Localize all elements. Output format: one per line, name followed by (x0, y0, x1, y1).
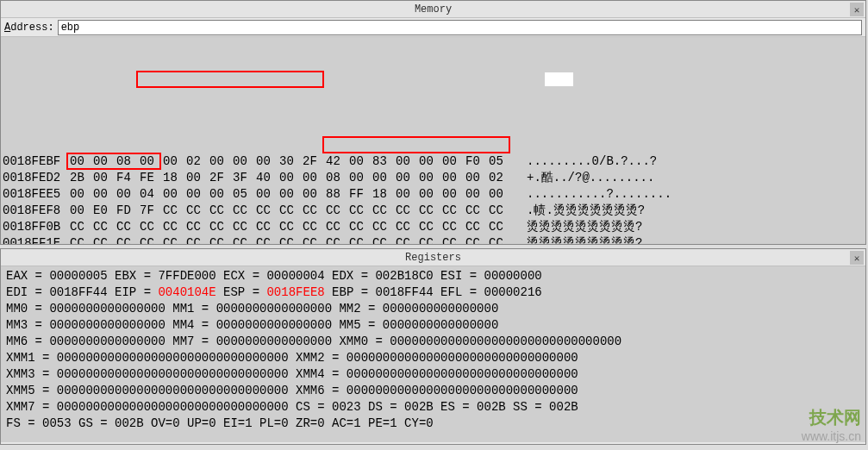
registers-panel: Registers ✕ EAX = 00000005 EBX = 7FFDE00… (0, 248, 866, 445)
memory-title: Memory (415, 3, 452, 16)
hex-byte: CC (140, 219, 163, 235)
hex-byte: 00 (256, 153, 279, 170)
hex-byte: 7F (140, 203, 163, 219)
register-text: XMM7 = 00000000000000000000000000000000 … (6, 400, 578, 414)
hex-row: 0018FEF800E0FD7FCCCCCCCCCCCCCCCCCCCCCCCC… (3, 203, 864, 219)
hex-ascii: 烫烫烫烫烫烫烫烫烫? (527, 235, 642, 244)
hex-byte: CC (116, 235, 140, 244)
register-line: EDI = 0018FF44 EIP = 0040104E ESP = 0018… (6, 284, 860, 301)
hex-byte: 2F (303, 153, 326, 170)
hex-row: 0018FF1ECCCCCCCCCCCCCCCCCCCCCCCCCCCCCCCC… (3, 235, 864, 244)
hex-byte: CC (442, 235, 465, 244)
register-text: XMM1 = 00000000000000000000000000000000 … (6, 351, 578, 365)
hex-byte: CC (186, 235, 209, 244)
hex-byte: 00 (396, 170, 419, 186)
hex-byte: 00 (70, 186, 93, 203)
address-label: Address: (4, 22, 54, 34)
hex-byte: 00 (93, 153, 116, 170)
hex-offset: 0018FF0B (3, 219, 70, 235)
hex-byte: FE (140, 170, 163, 186)
hex-byte: CC (233, 203, 256, 219)
hex-byte: CC (349, 235, 372, 244)
hex-byte: 42 (326, 153, 349, 170)
hex-byte: 2B (70, 170, 93, 186)
hex-byte: 02 (489, 170, 512, 186)
hex-ascii: .........0/B.?...? (527, 153, 657, 170)
hex-byte: 00 (279, 170, 303, 186)
hex-byte: CC (256, 203, 279, 219)
hex-byte: CC (209, 235, 233, 244)
registers-view[interactable]: EAX = 00000005 EBX = 7FFDE000 ECX = 0000… (1, 266, 865, 442)
highlight-box (322, 136, 510, 153)
hex-byte: 02 (186, 153, 209, 170)
register-text: EBP = 0018FF44 EFL = 00000216 (325, 285, 542, 299)
hex-byte: CC (326, 203, 349, 219)
hex-byte: CC (442, 203, 465, 219)
hex-ascii: .帻.烫烫烫烫烫烫烫? (527, 203, 645, 219)
hex-byte: CC (163, 235, 186, 244)
hex-byte: CC (419, 203, 442, 219)
hex-byte: 18 (372, 186, 396, 203)
hex-byte: 3F (233, 170, 256, 186)
hex-byte: CC (465, 235, 489, 244)
hex-byte: 40 (256, 170, 279, 186)
hex-row: 0018FF0BCCCCCCCCCCCCCCCCCCCCCCCCCCCCCCCC… (3, 219, 864, 235)
register-text: EAX = 00000005 EBX = 7FFDE000 ECX = 0000… (6, 269, 542, 283)
selection-highlight (545, 72, 573, 86)
hex-byte: CC (279, 219, 303, 235)
registers-titlebar: Registers ✕ (1, 249, 865, 266)
hex-byte: CC (209, 203, 233, 219)
close-icon[interactable]: ✕ (850, 251, 864, 265)
hex-byte: CC (303, 235, 326, 244)
register-text: MM3 = 0000000000000000 MM4 = 00000000000… (6, 318, 498, 332)
hex-byte: 00 (140, 153, 163, 170)
hex-byte: 08 (116, 153, 140, 170)
hex-byte: CC (209, 219, 233, 235)
hex-byte: 30 (279, 153, 303, 170)
hex-byte: 00 (465, 186, 489, 203)
memory-hex-view[interactable]: 0018FEBF000008000002000000302F4200830000… (1, 37, 865, 244)
register-line: EAX = 00000005 EBX = 7FFDE000 ECX = 0000… (6, 268, 860, 284)
hex-byte: 00 (303, 170, 326, 186)
hex-byte: CC (93, 219, 116, 235)
hex-byte: CC (326, 219, 349, 235)
hex-byte: 88 (326, 186, 349, 203)
hex-byte: 00 (163, 153, 186, 170)
hex-byte: CC (489, 219, 512, 235)
hex-byte: CC (303, 203, 326, 219)
register-value-changed: 0018FEE8 (266, 285, 324, 299)
hex-byte: CC (186, 203, 209, 219)
hex-byte: CC (489, 235, 512, 244)
register-line: XMM7 = 00000000000000000000000000000000 … (6, 399, 860, 416)
hex-byte: CC (489, 203, 512, 219)
hex-byte: CC (396, 235, 419, 244)
hex-row: 0018FED22B00F4FE18002F3F4000000800000000… (3, 170, 864, 186)
hex-offset: 0018FEBF (3, 153, 70, 170)
hex-byte: 05 (233, 186, 256, 203)
hex-byte: 00 (419, 153, 442, 170)
hex-byte: 00 (303, 186, 326, 203)
hex-byte: CC (396, 203, 419, 219)
hex-byte: 00 (465, 170, 489, 186)
register-text: MM0 = 0000000000000000 MM1 = 00000000000… (6, 302, 498, 316)
hex-offset: 0018FF1E (3, 235, 70, 244)
hex-byte: 00 (209, 186, 233, 203)
hex-byte: 00 (70, 203, 93, 219)
highlight-box (136, 71, 324, 88)
hex-byte: CC (419, 219, 442, 235)
hex-byte: CC (396, 219, 419, 235)
hex-byte: 00 (116, 186, 140, 203)
hex-row: 0018FEE5000000040000000500000088FF180000… (3, 186, 864, 203)
hex-byte: 00 (349, 153, 372, 170)
hex-byte: 00 (396, 153, 419, 170)
hex-byte: 00 (442, 170, 465, 186)
hex-byte: 00 (372, 170, 396, 186)
hex-byte: 00 (209, 153, 233, 170)
register-value-changed: 0040104E (158, 285, 215, 299)
close-icon[interactable]: ✕ (850, 3, 864, 16)
hex-byte: F4 (116, 170, 140, 186)
hex-byte: 08 (326, 170, 349, 186)
address-input[interactable] (58, 20, 862, 35)
hex-byte: CC (279, 235, 303, 244)
hex-byte: 18 (163, 170, 186, 186)
